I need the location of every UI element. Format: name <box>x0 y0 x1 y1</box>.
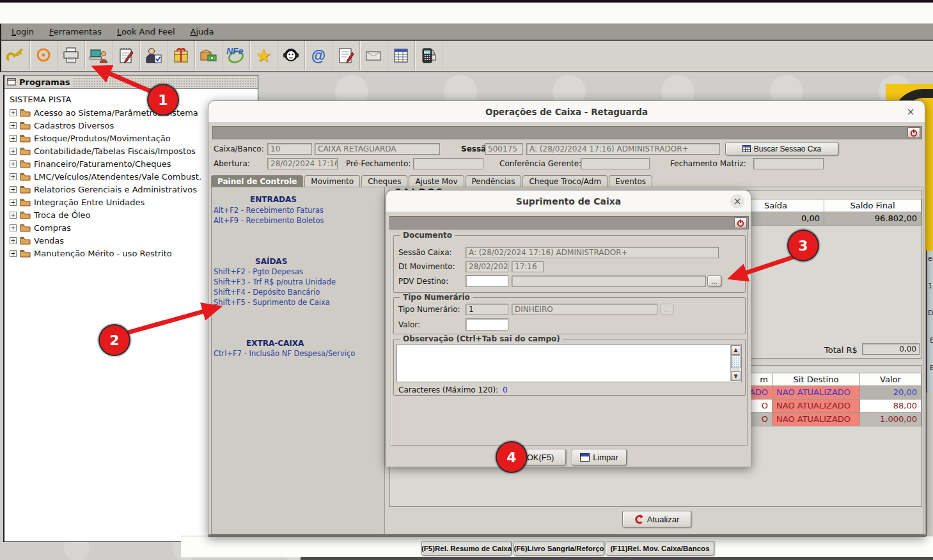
row3-sit-destino[interactable]: NAO ATUALIZADO <box>772 413 860 426</box>
tree-item[interactable]: Troca de Óleo <box>10 208 201 221</box>
abertura-field[interactable]: 28/02/2024 17:16 <box>267 158 338 169</box>
livro-sangria-button[interactable]: (F6)Livro Sangria/Reforço <box>514 541 604 556</box>
tree-item[interactable]: LMC/Veículos/Atendentes/Vale Combust. <box>10 170 201 183</box>
record-icon[interactable] <box>30 41 58 70</box>
report-icon[interactable] <box>388 41 415 70</box>
tree-item[interactable]: Financeiro/Faturamento/Cheques <box>10 157 201 170</box>
dt-movimento-date-field[interactable]: 28/02/2024 <box>466 261 508 272</box>
dt-movimento-time-field[interactable]: 17:16 <box>512 261 544 272</box>
tree-item[interactable]: Cadastros Diversos <box>10 119 201 132</box>
menu-ferramentas[interactable]: Ferramentas <box>49 27 102 36</box>
sit-destino-column-header[interactable]: Sit Destino <box>772 373 860 386</box>
pdv-destino-code-input[interactable] <box>466 275 508 287</box>
link-inclusao-nf-despesa[interactable]: Ctrl+F7 - Inclusão NF Despesa/Serviço <box>214 349 355 358</box>
scrollbar[interactable] <box>730 345 741 381</box>
conferencia-gerente-field[interactable] <box>581 158 650 169</box>
tab-cheques[interactable]: Cheques <box>361 175 407 187</box>
printer-icon[interactable] <box>58 41 85 70</box>
expand-icon[interactable] <box>10 224 17 231</box>
exit-icon[interactable] <box>907 127 920 138</box>
attendant-icon[interactable] <box>140 41 168 70</box>
tab-movimento[interactable]: Movimento <box>304 175 360 187</box>
sessao-desc-field[interactable]: A: (28/02/2024 17:16) ADMINISTRADOR+ <box>526 143 720 155</box>
tree-item[interactable]: Integração Entre Unidades <box>10 196 201 208</box>
tab-cheque-troco-adm[interactable]: Cheque Troco/Adm <box>522 175 608 187</box>
menu-login[interactable]: Login <box>12 27 34 36</box>
tipo-numerario-code-field[interactable]: 1 <box>466 304 508 315</box>
programs-titlebar[interactable]: Programas <box>4 75 258 89</box>
link-pgto-despesas[interactable]: Shift+F2 - Pgto Depesas <box>214 267 303 276</box>
valor-column-header[interactable]: Valor <box>860 373 921 386</box>
expand-icon[interactable] <box>10 160 17 167</box>
fechamento-matriz-field[interactable] <box>753 158 824 169</box>
link-recebimento-faturas[interactable]: Alt+F2 - Recebimento Faturas <box>214 206 324 215</box>
workstation-icon[interactable] <box>85 41 113 70</box>
operacoes-dialog-titlebar[interactable]: Operações de Caixa - Retaguarda × <box>208 101 925 123</box>
expand-icon[interactable] <box>10 148 17 155</box>
expand-icon[interactable] <box>10 237 17 244</box>
expand-icon[interactable] <box>10 212 17 219</box>
caixa-banco-code-field[interactable]: 10 <box>267 143 312 155</box>
gift-icon[interactable] <box>168 41 195 70</box>
star-icon[interactable] <box>250 41 278 70</box>
caixa-banco-name-field[interactable]: CAIXA RETAGUARDA <box>315 143 440 155</box>
close-icon[interactable]: × <box>905 106 916 118</box>
buscar-sessao-button[interactable]: Buscar Sessao Cxa <box>725 142 838 155</box>
suprimento-dialog-titlebar[interactable]: Suprimento de Caixa × <box>386 191 751 212</box>
expand-icon[interactable] <box>10 250 17 257</box>
pos-terminal-icon[interactable] <box>415 41 443 70</box>
expand-icon[interactable] <box>10 199 17 206</box>
tab-painel-de-controle[interactable]: Painel de Controle <box>211 175 303 187</box>
observacao-textarea[interactable] <box>396 344 742 382</box>
tab-eventos[interactable]: Eventos <box>609 175 652 187</box>
row3-valor[interactable]: 1.000,00 <box>860 413 921 426</box>
expand-icon[interactable] <box>10 122 17 129</box>
rel-mov-caixa-bancos-button[interactable]: (F11)Rel. Mov. Caixa/Bancos <box>606 541 714 556</box>
nfe-icon[interactable]: NFe <box>223 41 250 70</box>
saldo-final-column-header[interactable]: Saldo Final <box>824 199 921 212</box>
tree-item[interactable]: Manutenção Mérito - uso Restrito <box>10 247 201 260</box>
tab-pendencias[interactable]: Pendências <box>466 175 522 187</box>
menu-ajuda[interactable]: Ajuda <box>191 27 214 36</box>
notepad-icon[interactable] <box>113 41 140 70</box>
envelope-icon[interactable] <box>360 41 388 70</box>
expand-icon[interactable] <box>10 135 17 142</box>
scroll-thumb[interactable] <box>731 355 741 368</box>
pre-fechamento-field[interactable] <box>413 158 483 169</box>
link-recebimento-boletos[interactable]: Alt+F9 - Recebimento Boletos <box>214 216 324 225</box>
rel-resumo-caixa-button[interactable]: (F5)Rel. Resumo de Caixa <box>421 541 512 556</box>
row1-valor[interactable]: 20,00 <box>860 386 921 400</box>
link-deposito-bancario[interactable]: Shift+F4 - Depósito Bancário <box>214 288 320 297</box>
row2-valor[interactable]: 88,00 <box>860 400 921 413</box>
menu-look-and-feel[interactable]: Look And Feel <box>117 27 175 36</box>
link-suprimento-de-caixa[interactable]: Shift+F5 - Suprimento de Caixa <box>214 298 330 307</box>
email-icon[interactable]: @ <box>305 41 333 70</box>
tree-item[interactable]: Compras <box>10 221 201 234</box>
saldo-final-value-cell[interactable]: 96.802,00 <box>824 212 921 226</box>
support-icon[interactable] <box>278 41 305 70</box>
close-icon[interactable]: × <box>730 194 744 208</box>
cash-package-icon[interactable] <box>195 41 223 70</box>
expand-icon[interactable] <box>10 186 17 193</box>
atualizar-button[interactable]: Atualizar <box>622 511 691 527</box>
tree-item[interactable]: Contabilidade/Tabelas Fiscais/Impostos <box>10 144 201 157</box>
expand-icon[interactable] <box>10 173 17 180</box>
link-trf-outra-unidade[interactable]: Shift+F3 - Trf R$ p/outra Unidade <box>214 277 336 286</box>
scroll-down-icon[interactable] <box>731 371 741 381</box>
row1-sit-destino[interactable]: NAO ATUALIZADO <box>772 386 860 400</box>
exit-icon[interactable] <box>734 217 747 228</box>
scroll-up-icon[interactable] <box>731 345 741 355</box>
tree-item[interactable]: Vendas <box>10 234 201 247</box>
checklist-icon[interactable] <box>333 41 360 70</box>
expand-icon[interactable] <box>10 109 17 116</box>
valor-input[interactable] <box>466 318 508 331</box>
sessao-code-field[interactable]: 500175 <box>485 143 523 155</box>
limpar-button[interactable]: Limpar <box>572 449 627 465</box>
tree-item[interactable]: Estoque/Produtos/Movimentação <box>10 132 201 144</box>
sessao-caixa-field[interactable]: A: (28/02/2024 17:16) ADMINISTRADOR+ <box>466 247 719 258</box>
tree-item[interactable]: Relatorios Gerenciais e Administrativos <box>10 183 201 196</box>
pdv-destino-browse-button[interactable]: ... <box>707 276 721 286</box>
row2-sit-destino[interactable]: NAO ATUALIZADO <box>772 400 860 413</box>
key-icon[interactable] <box>3 41 30 70</box>
tab-ajuste-mov[interactable]: Ajuste Mov <box>409 175 464 187</box>
